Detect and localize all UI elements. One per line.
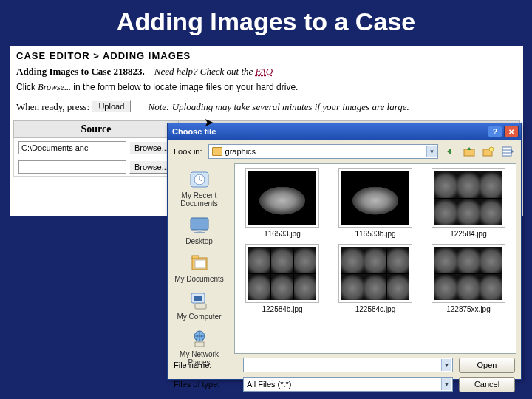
instruction-browse-word: Browse... xyxy=(38,82,71,92)
slide-title: Adding Images to a Case xyxy=(0,0,532,41)
instruction-pre: Click xyxy=(16,82,38,92)
svg-rect-12 xyxy=(192,256,199,259)
filetype-label: Files of type: xyxy=(174,380,237,389)
places-bar: My Recent Documents Desktop My Documents… xyxy=(168,163,231,354)
filetype-value: All Files (*.*) xyxy=(247,380,292,389)
dialog-titlebar[interactable]: Choose file ? ✕ xyxy=(168,123,521,140)
svg-rect-16 xyxy=(195,304,206,309)
thumbnail-image xyxy=(338,168,412,228)
thumbnail-image xyxy=(245,244,319,303)
chevron-down-icon[interactable]: ▼ xyxy=(441,378,451,390)
folder-icon xyxy=(212,147,222,156)
places-label: My Documents xyxy=(174,275,224,283)
svg-rect-3 xyxy=(502,147,511,156)
thumbnail-image xyxy=(245,168,319,228)
subtitle-strong: Adding Images to Case 218823. xyxy=(16,66,145,77)
thumbnail-label: 116533b.jpg xyxy=(355,230,395,238)
file-path-input[interactable] xyxy=(18,160,126,174)
breadcrumb: CASE EDITOR > ADDING IMAGES xyxy=(10,46,523,64)
subtitle-help: Need help? Check out the xyxy=(154,66,253,77)
open-button[interactable]: Open xyxy=(459,358,515,373)
svg-rect-13 xyxy=(195,260,205,268)
file-thumb[interactable]: 122875xx.jpg xyxy=(426,244,511,313)
thumbnail-image xyxy=(432,244,505,303)
new-folder-icon[interactable] xyxy=(481,144,496,159)
places-label: Desktop xyxy=(185,237,213,245)
file-dialog: Choose file ? ✕ Look in: graphics ▼ xyxy=(167,123,522,380)
file-thumb[interactable]: 122584c.jpg xyxy=(332,244,418,313)
thumbnail-label: 122584c.jpg xyxy=(355,305,396,313)
filetype-combo[interactable]: All Files (*.*) ▼ xyxy=(243,377,453,392)
file-thumb[interactable]: 116533.jpg xyxy=(239,168,325,238)
subtitle-row: Adding Images to Case 218823. Need help?… xyxy=(10,64,523,82)
svg-rect-15 xyxy=(194,296,202,301)
filename-input[interactable]: ▼ xyxy=(243,358,453,372)
thumbnail-label: 122584b.jpg xyxy=(262,305,302,313)
look-in-combo[interactable]: graphics ▼ xyxy=(208,144,438,159)
places-label: My Computer xyxy=(177,313,221,321)
look-in-row: Look in: graphics ▼ xyxy=(168,140,521,163)
thumbnail-image xyxy=(338,244,412,303)
file-thumb[interactable]: 122584.jpg xyxy=(426,168,511,238)
back-icon[interactable] xyxy=(443,144,457,159)
svg-rect-18 xyxy=(195,342,204,347)
dialog-bottom: File name: ▼ Open Files of type: All Fil… xyxy=(168,354,521,398)
thumbnail-image xyxy=(432,168,505,228)
thumbnail-label: 122875xx.jpg xyxy=(446,305,491,313)
places-recent[interactable]: My Recent Documents xyxy=(168,166,231,211)
svg-rect-10 xyxy=(194,232,205,233)
look-in-value: graphics xyxy=(225,147,256,156)
places-mycomputer[interactable]: My Computer xyxy=(168,287,231,324)
places-desktop[interactable]: Desktop xyxy=(168,212,231,248)
file-thumb[interactable]: 122584b.jpg xyxy=(239,244,325,313)
thumbnail-label: 122584.jpg xyxy=(450,230,487,238)
places-label: My Recent Documents xyxy=(169,191,229,208)
instruction-post: in the form below to locate image files … xyxy=(71,82,299,92)
mydocs-icon xyxy=(188,253,211,273)
ready-label: When ready, press: xyxy=(16,101,89,112)
places-mydocs[interactable]: My Documents xyxy=(168,250,231,286)
close-button[interactable]: ✕ xyxy=(504,126,519,137)
cancel-button[interactable]: Cancel xyxy=(459,377,515,392)
ready-row: When ready, press: Upload Note: Uploadin… xyxy=(10,100,523,120)
instruction-row: Click Browse... in the form below to loc… xyxy=(10,82,523,100)
file-path-input[interactable] xyxy=(18,141,126,154)
mycomputer-icon xyxy=(188,290,211,311)
desktop-icon xyxy=(188,215,211,236)
up-one-level-icon[interactable] xyxy=(462,144,477,159)
svg-rect-8 xyxy=(191,218,208,230)
help-button[interactable]: ? xyxy=(488,126,502,137)
thumbnail-label: 116533.jpg xyxy=(264,230,301,238)
svg-rect-9 xyxy=(197,230,202,232)
recent-icon xyxy=(188,169,211,190)
svg-rect-0 xyxy=(464,149,474,156)
file-list[interactable]: 116533.jpg116533b.jpg122584.jpg122584b.j… xyxy=(234,163,516,354)
network-icon xyxy=(188,328,211,349)
dialog-title: Choose file xyxy=(172,127,216,136)
svg-point-2 xyxy=(489,147,494,151)
faq-link[interactable]: FAQ xyxy=(256,66,273,77)
filename-label: File name: xyxy=(174,361,237,369)
look-in-label: Look in: xyxy=(174,147,204,156)
chevron-down-icon[interactable]: ▼ xyxy=(426,146,437,157)
chevron-down-icon[interactable]: ▼ xyxy=(441,359,451,371)
col-source: Source xyxy=(14,121,179,138)
views-icon[interactable] xyxy=(500,144,515,159)
upload-note: Note: Uploading may take several minutes… xyxy=(149,101,409,112)
file-thumb[interactable]: 116533b.jpg xyxy=(332,168,418,238)
upload-button[interactable]: Upload xyxy=(92,100,131,112)
